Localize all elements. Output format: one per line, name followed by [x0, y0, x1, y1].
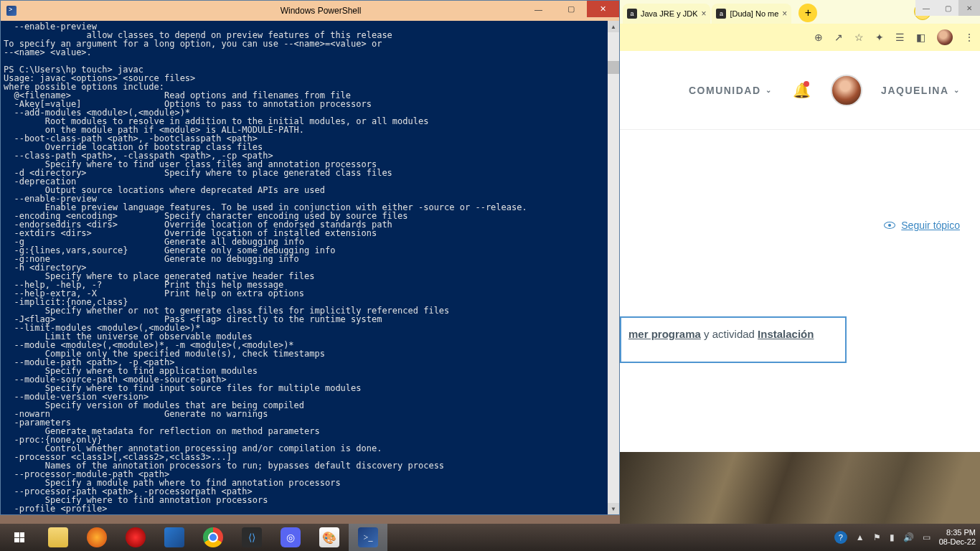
maximize-button[interactable]: ▢ — [555, 1, 587, 17]
taskbar-opera[interactable] — [116, 524, 155, 551]
taskbar-chrome[interactable] — [194, 524, 232, 551]
follow-topic-link[interactable]: Seguir tópico — [884, 220, 960, 231]
powershell-icon — [6, 6, 17, 16]
system-tray: ? ▲ ⚑ ▮ 🔊 ▭ 8:35 PM 08-Dec-22 — [834, 528, 980, 547]
scroll-thumb[interactable] — [608, 61, 619, 74]
content-link-programa[interactable]: mer programa — [628, 328, 701, 340]
taskbar-app-hex[interactable] — [155, 524, 194, 551]
terminal-output[interactable]: --enable-preview allow classes to depend… — [1, 21, 608, 514]
tray-volume-icon[interactable]: 🔊 — [903, 532, 914, 542]
window-icon-area — [1, 6, 22, 16]
scroll-down-button[interactable]: ▼ — [608, 503, 619, 514]
tray-network-icon[interactable]: ▮ — [890, 532, 895, 542]
bookmark-icon[interactable]: ☆ — [854, 32, 864, 43]
eye-icon — [884, 222, 895, 229]
favicon: a — [627, 9, 637, 19]
help-icon[interactable]: ? — [834, 531, 847, 544]
opera-icon — [126, 527, 146, 547]
profile-avatar-icon[interactable] — [937, 29, 953, 45]
file-explorer-icon — [48, 527, 68, 547]
powershell-icon: >_ — [358, 527, 378, 547]
paint-icon — [319, 527, 339, 547]
taskbar: ⟨⟩ ◎ >_ ? ▲ ⚑ ▮ 🔊 ▭ 8:35 PM 08-Dec-22 — [0, 524, 980, 551]
chevron-down-icon: ⌄ — [765, 86, 773, 94]
tray-battery-icon[interactable]: ▭ — [923, 532, 930, 542]
user-avatar[interactable] — [831, 75, 862, 106]
extensions-icon[interactable]: ✦ — [875, 32, 884, 43]
zoom-icon[interactable]: ⊕ — [814, 32, 823, 43]
taskbar-file-explorer[interactable] — [39, 524, 77, 551]
clock-date: 08-Dec-22 — [939, 537, 976, 547]
username-label: JAQUELINA — [881, 85, 948, 96]
clock-time: 8:35 PM — [939, 528, 976, 537]
follow-topic-label: Seguir tópico — [901, 220, 960, 231]
taskbar-firefox[interactable] — [77, 524, 116, 551]
browser-tab[interactable]: a [Duda] No me × — [712, 4, 791, 24]
menu-icon[interactable]: ⋮ — [964, 32, 974, 43]
chevron-down-icon: ⌄ — [953, 86, 961, 94]
browser-minimize-button[interactable]: — — [915, 0, 937, 16]
taskbar-powershell[interactable]: >_ — [349, 524, 387, 551]
hex-icon — [164, 527, 184, 547]
notification-dot — [804, 81, 809, 87]
tab-label: Java JRE y JDK — [641, 9, 697, 18]
browser-close-button[interactable]: ✕ — [958, 0, 980, 16]
scroll-up-button[interactable]: ▲ — [608, 21, 619, 32]
reading-list-icon[interactable]: ☰ — [895, 32, 905, 43]
nav-comunidad[interactable]: COMUNIDAD ⌄ — [689, 85, 772, 96]
content-box: mer programa y actividad Instalación — [620, 316, 847, 363]
browser-window: a Java JRE y JDK × a [Duda] No me × + ⌄ … — [620, 0, 980, 524]
minimize-button[interactable]: — — [522, 1, 555, 17]
browser-tab[interactable]: a Java JRE y JDK × — [623, 4, 710, 24]
content-text: y actividad — [701, 328, 758, 340]
page-body: Seguir tópico mer programa y actividad I… — [620, 130, 980, 446]
page-header: COMUNIDAD ⌄ 🔔 JAQUELINA ⌄ — [620, 51, 980, 130]
tab-label: [Duda] No me — [730, 9, 778, 18]
tab-close-icon[interactable]: × — [782, 9, 787, 19]
nav-username[interactable]: JAQUELINA ⌄ — [881, 85, 960, 96]
start-button[interactable] — [0, 524, 39, 551]
tray-flag-icon[interactable]: ⚑ — [873, 532, 881, 542]
browser-toolbar: ⊕ ↗ ☆ ✦ ☰ ◧ ⋮ — [620, 24, 980, 51]
titlebar[interactable]: Windows PowerShell — ▢ ✕ — [1, 1, 619, 21]
favicon: a — [716, 9, 726, 19]
tab-close-icon[interactable]: × — [701, 9, 706, 19]
powershell-window: Windows PowerShell — ▢ ✕ --enable-previe… — [0, 0, 620, 515]
browser-window-controls: — ▢ ✕ — [915, 0, 980, 16]
side-panel-icon[interactable]: ◧ — [916, 32, 925, 43]
discord-icon: ◎ — [281, 527, 301, 547]
scrollbar[interactable]: ▲ ▼ — [608, 21, 619, 514]
content-link-instalacion[interactable]: Instalación — [758, 328, 814, 340]
window-controls: — ▢ ✕ — [522, 1, 619, 17]
page-background-image — [620, 452, 980, 524]
terminal-area: --enable-preview allow classes to depend… — [1, 21, 619, 514]
tray-up-icon[interactable]: ▲ — [856, 532, 864, 542]
new-tab-button[interactable]: + — [798, 4, 817, 22]
notifications-button[interactable]: 🔔 — [791, 80, 812, 101]
close-button[interactable]: ✕ — [587, 1, 619, 17]
share-icon[interactable]: ↗ — [834, 32, 843, 43]
vscode-icon: ⟨⟩ — [242, 527, 262, 547]
browser-maximize-button[interactable]: ▢ — [937, 0, 958, 16]
clock[interactable]: 8:35 PM 08-Dec-22 — [939, 528, 976, 547]
windows-icon — [14, 532, 24, 542]
nav-label: COMUNIDAD — [689, 85, 761, 96]
taskbar-vscode[interactable]: ⟨⟩ — [232, 524, 271, 551]
firefox-icon — [87, 527, 107, 547]
taskbar-paint[interactable] — [310, 524, 349, 551]
taskbar-discord[interactable]: ◎ — [271, 524, 310, 551]
chrome-icon — [203, 527, 223, 547]
